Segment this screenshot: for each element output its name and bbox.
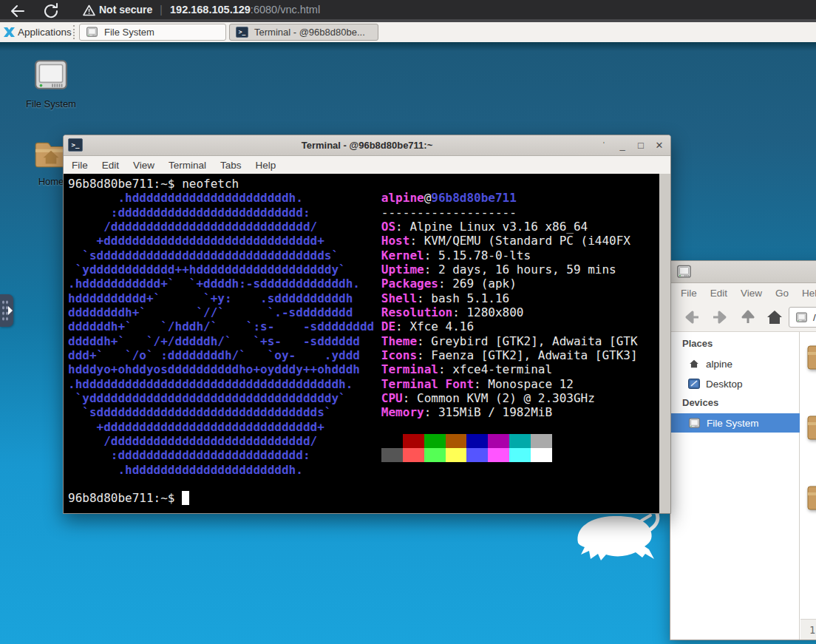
panel-separator — [73, 25, 75, 39]
taskbar-button-terminal[interactable]: >_ Terminal - @96b8d80be... — [229, 24, 378, 41]
folder-icon[interactable] — [805, 413, 816, 442]
taskbar-button-label: File System — [104, 27, 154, 38]
taskbar-button-file-system[interactable]: File System — [79, 24, 226, 41]
xfce-mouse-logo — [568, 510, 665, 569]
taskbar-button-label: Terminal - @96b8d80be... — [254, 27, 365, 38]
file-manager-menubar: File Edit View Go Help — [670, 283, 816, 302]
menu-edit[interactable]: Edit — [102, 160, 119, 171]
terminal-screen: 96b8d80be711:~$ neofetch .hddddddddddddd… — [64, 174, 659, 513]
expand-arrow-icon — [8, 306, 13, 315]
menu-help[interactable]: Help — [802, 288, 816, 299]
file-manager-window: File Edit View Go Help — [670, 260, 816, 640]
sidebar-item-file-system[interactable]: File System — [670, 413, 800, 433]
xfce-panel: Applications File System >_ Terminal - @… — [0, 22, 816, 42]
url-divider: | — [160, 3, 163, 16]
maximize-button[interactable]: □ — [636, 135, 646, 156]
forward-button[interactable] — [710, 308, 730, 326]
status-text: 1 — [809, 624, 815, 636]
places-header: Places — [682, 338, 713, 349]
menu-go[interactable]: Go — [775, 288, 789, 299]
drive-icon — [86, 27, 98, 38]
applications-menu[interactable]: Applications — [18, 27, 72, 38]
terminal-title: Terminal - @96b8d80be711:~ — [64, 140, 670, 151]
xfce-applications-icon[interactable] — [3, 26, 16, 38]
menu-file[interactable]: File — [681, 288, 697, 299]
address-bar[interactable]: 192.168.105.129:6080/vnc.html — [170, 4, 320, 16]
not-secure-label: Not secure — [99, 4, 152, 16]
shade-button[interactable]: ˈ — [599, 135, 609, 156]
file-manager-sidebar: Places alpine Desktop Devices — [670, 332, 800, 640]
desktop-icon — [688, 379, 700, 389]
browser-back-icon[interactable] — [9, 3, 27, 19]
home-icon — [688, 359, 700, 369]
sidebar-item-label: File System — [707, 418, 759, 429]
desktop: File System Home File Edit View Go — [0, 42, 816, 644]
folder-icon[interactable] — [805, 483, 816, 512]
minimize-button[interactable]: _ — [617, 135, 628, 156]
file-manager-titlebar[interactable] — [670, 261, 816, 283]
file-manager-statusbar: 1 — [800, 619, 816, 640]
devices-header: Devices — [682, 397, 718, 408]
novnc-control-handle[interactable] — [0, 294, 13, 327]
terminal-scrollbar[interactable] — [659, 174, 670, 513]
browser-toolbar: Not secure | 192.168.105.129:6080/vnc.ht… — [0, 0, 816, 22]
drive-icon — [795, 312, 808, 323]
menu-edit[interactable]: Edit — [710, 288, 727, 299]
close-button[interactable]: ✕ — [654, 135, 664, 156]
file-manager-content: 1 — [800, 332, 816, 640]
url-host: 192.168.105.129 — [170, 4, 251, 16]
browser-reload-icon[interactable] — [43, 3, 61, 19]
sidebar-item-label: alpine — [706, 359, 732, 370]
current-path: / — [813, 312, 816, 323]
path-bar[interactable]: / — [789, 307, 816, 328]
desktop-icon-label: File System — [14, 98, 88, 109]
folder-icon[interactable] — [805, 342, 816, 372]
sidebar-item-alpine[interactable]: alpine — [670, 354, 800, 373]
menu-help[interactable]: Help — [256, 160, 276, 171]
url-path: :6080/vnc.html — [251, 4, 320, 16]
menu-terminal[interactable]: Terminal — [169, 160, 206, 171]
not-secure-warning-icon — [83, 4, 95, 16]
sidebar-item-label: Desktop — [706, 379, 743, 390]
desktop-icon-file-system[interactable]: File System — [14, 58, 88, 109]
menu-view[interactable]: View — [741, 288, 762, 299]
drive-icon — [676, 265, 692, 279]
menu-file[interactable]: File — [72, 160, 88, 171]
file-manager-body: Places alpine Desktop Devices — [670, 332, 816, 640]
drive-icon — [688, 418, 701, 429]
terminal-icon: >_ — [236, 27, 248, 38]
drive-icon — [33, 58, 69, 92]
sidebar-item-desktop[interactable]: Desktop — [670, 374, 800, 393]
up-button[interactable] — [738, 308, 758, 326]
terminal-menubar: File Edit View Terminal Tabs Help — [64, 156, 670, 174]
back-button[interactable] — [682, 308, 701, 326]
file-manager-toolbar: / — [670, 302, 816, 332]
menu-view[interactable]: View — [133, 160, 154, 171]
terminal-content[interactable]: 96b8d80be711:~$ neofetch .hddddddddddddd… — [64, 174, 670, 513]
terminal-window: >_ Terminal - @96b8d80be711:~ ˈ _ □ ✕ Fi… — [63, 135, 671, 514]
menu-tabs[interactable]: Tabs — [220, 160, 242, 171]
home-button[interactable] — [765, 308, 784, 326]
terminal-titlebar[interactable]: >_ Terminal - @96b8d80be711:~ ˈ _ □ ✕ — [64, 135, 670, 156]
